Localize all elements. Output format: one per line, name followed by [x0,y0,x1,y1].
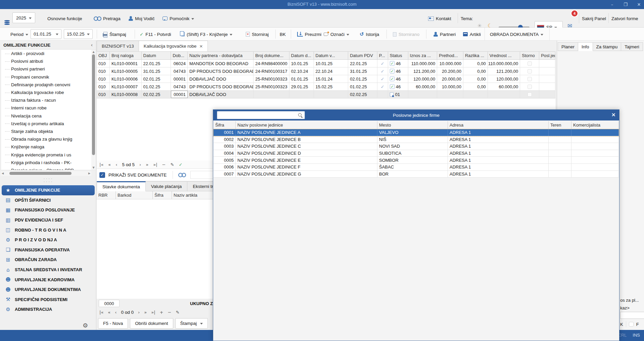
column-header-datum[interactable]: Datum [142,52,171,59]
cell-broj-dokumenta[interactable]: 25-RN00100323 [254,83,289,90]
sidebar-splitter[interactable]: ········ [0,178,96,186]
cell-datum-v[interactable] [314,91,349,98]
items-column-header-rbr[interactable]: RBR [97,191,116,199]
tree-item-poreska-prijava-obrazac-ppp[interactable]: Poreska prijava - Obrazac PPP [1,166,95,170]
cell-razlika[interactable] [463,91,488,98]
cell-datum-v[interactable]: 22.10.24 [314,67,349,75]
tab-biznisoft-home[interactable]: BIZNISOFT v13 [97,41,139,51]
cell-datum-d[interactable]: 01.01.25 [289,75,314,83]
cell-naziv-poslovne-jedinice[interactable]: NAZIV POSLOVNE JEDINICE A [236,129,377,136]
tree-item-interni-racun-robe[interactable]: Interni racun robe [1,104,95,112]
cell-teren[interactable] [549,157,571,163]
cell-dob[interactable]: 00001 [171,75,188,83]
f5-nova-button[interactable]: F5 - Nova [98,318,128,329]
code-field[interactable]: 0000 [99,300,120,307]
tree-item-propisani-cenovnik[interactable]: Propisani cenovnik [1,73,95,81]
cell-datum-v[interactable]: 15.01.24 [314,75,349,83]
right-tab-tajmeri[interactable]: Tajmeri [621,42,643,51]
obrada-dokumenta-dropdown[interactable]: OBRADA DOKUMENTA [490,30,543,39]
cell-prethodni[interactable] [437,91,463,98]
show-all-checkbox[interactable]: ✓ [99,172,105,178]
document-row-1[interactable]: 010KL010-0000122.01.2506024MANDOTEK DOO … [97,60,555,67]
sidebar-module-robno-t-r-g-o-v-i-n-a[interactable]: ◫ROBNO - T R G O V I N A [0,225,96,235]
menu-moj-vodic[interactable]: Moj Vodič [129,14,155,23]
cell-adresa[interactable]: ADRESA 1 [448,136,549,143]
cell-datum-pdv[interactable]: 02.02.25 [348,91,377,98]
tree-item-nivelacija-cena[interactable]: Nivelacija cena [1,112,95,120]
column-header-naziv-partnera-dobavlja-a[interactable]: Naziv partnera - dobavljača [188,52,254,59]
column-header-datum-v[interactable]: Datum v... [314,52,349,59]
scrollbar-thumb[interactable] [9,172,72,175]
storno-checkbox[interactable] [527,69,532,74]
date-from-field[interactable]: 01.01.25 [31,29,61,39]
branch-row-2[interactable]: 0002NAZIV POSLOVNE JEDINICE BNIŠADRESA 1 [214,136,619,143]
date-to-field[interactable]: 15.02.25 [64,29,93,39]
cell-p[interactable]: ✓ [377,67,388,75]
cell-p[interactable]: ✓ [377,75,388,83]
tree-vertical-scrollbar[interactable]: ▲ ▼ [91,50,96,170]
menu-sakrij-panel[interactable]: Sakrij Panel [582,14,606,23]
cell-razlika[interactable]: 0,00 [463,75,488,83]
tree-item-poslovni-atributi[interactable]: Poslovni atributi [1,57,95,65]
items-column-header-barkod[interactable]: Barkod [116,191,153,199]
nav-edit-icon[interactable]: ✎ [176,310,179,315]
cell-adresa[interactable]: ADRESA 1 [448,150,549,157]
tree-item-knjiga-prihoda-i-rashoda-pk[interactable]: Knjiga prihoda i rashoda - PK- [1,159,95,166]
cell-status[interactable]: ✓46 [388,83,408,90]
scroll-down-icon[interactable]: ▼ [91,165,96,170]
tree-item-artikli-proizvodi[interactable]: Artikli - proizvodi [1,50,95,57]
right-tab-za-tampu[interactable]: Za štampu [593,42,622,51]
branch-row-3[interactable]: 0003NAZIV POSLOVNE JEDINICE CNOVI SADADR… [214,143,619,150]
cell-broj-dokumenta[interactable]: 24-RN00100317 [254,67,289,75]
branch-row-5[interactable]: 0005NAZIV POSLOVNE JEDINICE ESOMBORADRES… [214,157,619,164]
cell-broj-dokumenta[interactable]: 25-RN00100323 [254,75,289,83]
cell-broj-dokumenta[interactable] [254,91,289,98]
oznaci-button[interactable]: Označi [324,30,349,39]
nav-next-button[interactable]: › [139,162,141,167]
cell-prethodni[interactable]: 20.200,00 [437,67,463,75]
cell-adresa[interactable]: ADRESA 1 [448,164,549,170]
cell-storno[interactable] [520,75,539,83]
sidebar-settings-gear-icon[interactable]: ⚙ [83,322,88,329]
cell-naziv-poslovne-jedinice[interactable]: NAZIV POSLOVNE JEDINICE D [236,150,377,157]
nav-first-button[interactable]: |« [99,310,103,315]
potvrdi-button[interactable]: ✓F11 - Potvrdi [140,30,171,39]
cell-status[interactable]: 01 [388,91,408,98]
cell-mesto[interactable]: BOR [377,171,448,178]
nav-commit-icon[interactable]: ✓ [179,162,182,167]
artikli-button[interactable]: Artikli [463,30,481,39]
nav-prev-button[interactable]: ‹ [115,310,117,315]
year-selector[interactable]: 2025 [12,12,35,23]
cell-status[interactable]: ✓46 [388,67,408,75]
column-header-storno[interactable]: Storno [520,52,539,59]
cell-iznos[interactable]: 121.200,00 [408,67,438,75]
cell-posl-jed[interactable] [539,67,555,75]
sidebar-module-op-ti-ifarnici[interactable]: ▤OPŠTI ŠIFARNICI [0,195,96,205]
f-checkbox[interactable] [629,322,634,327]
tree-item-obrada-naloga-za-glavnu-knjig[interactable]: Obrada naloga za glavnu knjig [1,135,95,143]
scroll-right-icon[interactable]: ▶ [87,171,91,176]
cell-naziv-partnera[interactable]: DOBAVLJAČ DOO [188,91,254,98]
cell-naziv-partnera[interactable]: DOBAVLJAČ DOO [188,75,254,83]
column-header-datum-d[interactable]: Datum d... [289,52,314,59]
sidebar-module-finansijsko-poslovanje[interactable]: ▦FINANSIJSKO POSLOVANJE [0,205,96,215]
tree-item-definisanje-prodajnih-cenovni[interactable]: Definisanje prodajnih cenovni [1,81,95,89]
cell-mesto[interactable]: SOMBOR [377,157,448,163]
tree-item-stanje-zaliha-objekta[interactable]: Stanje zaliha objekta [1,128,95,135]
detail-tab-valute-pla-anja[interactable]: Valute plaćanja [146,181,187,191]
column-header-broj-naloga[interactable]: Broj naloga [110,52,142,59]
cell-iznos[interactable]: 60.000,00 [408,83,438,90]
scrollbar-thumb[interactable] [92,54,95,155]
cell-komercijalista[interactable] [571,164,619,170]
cell-mesto[interactable]: VALJEVO [377,129,448,136]
cell-teren[interactable] [549,129,571,136]
cell-naziv-poslovne-jedinice[interactable]: NAZIV POSLOVNE JEDINICE C [236,143,377,150]
sidebar-module-stalna-sredstva-i-inventar[interactable]: ⌂STALNA SREDSTVA I INVENTAR [0,265,96,275]
tab-kalkulacija[interactable]: Kalkulacija trgovačke robe × [139,41,208,51]
cell-broj-naloga[interactable]: KL010-00007 [110,83,142,90]
cell-broj-dokumenta[interactable]: 24-RN98400000 [254,60,289,67]
column-header-status[interactable]: Status [388,52,408,59]
cell-posl-jed[interactable] [539,91,555,98]
cell-ifra[interactable]: 0003 [214,143,236,150]
knjizenje-button[interactable]: (Shift) F3 - Knjiženje [180,30,232,39]
